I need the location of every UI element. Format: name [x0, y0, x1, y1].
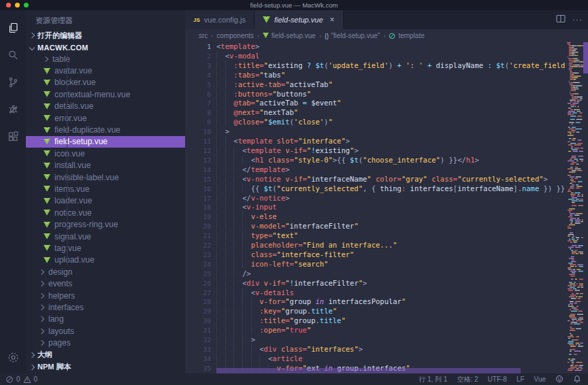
tab-vue.config.js[interactable]: JSvue.config.js [185, 10, 255, 29]
code-line[interactable]: 14 </template> [185, 165, 567, 175]
outline-section[interactable]: 大纲 [26, 349, 185, 361]
tree-item-upload.vue[interactable]: upload.vue [26, 254, 185, 266]
source-control-icon[interactable] [0, 69, 26, 96]
code-line[interactable]: 11 <template slot="interface"> [185, 137, 567, 146]
code-line[interactable]: 18 <v-input [185, 203, 567, 212]
code-line[interactable]: 28 v-for="group in interfacesPopular" [185, 297, 567, 307]
workspace-root[interactable]: MACWK.COM [26, 41, 185, 53]
code-line[interactable]: 13 <h1 class="style-0">{{ $t("choose_int… [185, 156, 567, 165]
problems-status[interactable]: 0 0 [5, 375, 37, 384]
tree-item-tag.vue[interactable]: tag.vue [26, 242, 185, 254]
chevron-separator-icon: › [257, 33, 259, 39]
breadcrumb-item-template[interactable]: ›template [380, 32, 424, 39]
status-item-0[interactable]: 行 1, 列 1 [419, 375, 447, 384]
code-line[interactable]: 1<template> [185, 42, 567, 52]
code-line[interactable]: 32 > [185, 335, 567, 345]
tree-item-contextual-menu.vue[interactable]: contextual-menu.vue [26, 88, 185, 100]
code-line[interactable]: 16 {{ $t("currently_selected", { thing: … [185, 184, 567, 194]
search-icon[interactable] [0, 41, 26, 69]
extensions-icon[interactable] [0, 123, 26, 150]
tree-item-avatar.vue[interactable]: avatar.vue [26, 65, 185, 76]
breadcrumb-label: "field-setup.vue" [331, 32, 380, 39]
tree-item-events[interactable]: events [26, 278, 185, 289]
code-line[interactable]: 10 > [185, 127, 567, 137]
tree-item-install.vue[interactable]: install.vue [26, 160, 185, 171]
status-item-2[interactable]: UTF-8 [488, 375, 507, 383]
code-line[interactable]: 21 type="text" [185, 231, 567, 241]
code-line[interactable]: 9 @close="$emit('close')" [185, 118, 567, 127]
code-line[interactable]: 27 <v-details [185, 288, 567, 298]
tree-item-pages[interactable]: pages [26, 337, 185, 348]
tree-item-design[interactable]: design [26, 266, 185, 278]
chevron-right-icon [39, 305, 44, 310]
tree-item-invisible-label.vue[interactable]: invisible-label.vue [26, 171, 185, 183]
tree-item-table[interactable]: table [26, 53, 185, 65]
close-icon[interactable]: × [330, 16, 335, 23]
indent-guide [233, 184, 242, 192]
code-line[interactable]: 31 :open="true" [185, 326, 567, 335]
horizontal-scrollbar[interactable] [216, 368, 521, 373]
status-item-4[interactable]: Vue [534, 375, 546, 383]
tree-item-items.vue[interactable]: items.vue [26, 183, 185, 195]
breadcrumb-item-components[interactable]: ›components [208, 32, 253, 39]
code-line[interactable]: 30 :title="group.title" [185, 316, 567, 326]
tree-item-details.vue[interactable]: details.vue [26, 101, 185, 112]
tree-item-error.vue[interactable]: error.vue [26, 112, 185, 124]
code-line[interactable]: 5 :active-tab="activeTab" [185, 80, 567, 90]
breadcrumb-item-src[interactable]: src [199, 32, 208, 39]
notifications-bell-icon[interactable] [573, 375, 581, 384]
code-line[interactable]: 3 :title="existing ? $t('update_field') … [185, 61, 567, 71]
code-line[interactable]: 8 @next="nextTab" [185, 108, 567, 118]
feedback-smiley-icon[interactable] [555, 375, 564, 384]
code-line[interactable]: 7 @tab="activeTab = $event" [185, 99, 567, 108]
vertical-scrollbar[interactable] [583, 42, 588, 373]
tree-item-field-duplicate.vue[interactable]: field-duplicate.vue [26, 124, 185, 135]
code-text: v-model="interfaceFilter" [216, 222, 567, 231]
vue-file-icon [44, 103, 50, 110]
indent-guide [216, 212, 225, 220]
token: > [251, 335, 255, 344]
code-line[interactable]: 15 <v-notice v-if="interfaceName" color=… [185, 175, 567, 184]
tree-item-helpers[interactable]: helpers [26, 290, 185, 301]
minimap[interactable] [567, 42, 583, 373]
code-line[interactable]: 20 v-model="interfaceFilter" [185, 222, 567, 231]
breadcrumb-item-field-setup.vue[interactable]: ›field-setup.vue [254, 32, 316, 39]
code-line[interactable]: 19 v-else [185, 212, 567, 222]
tree-item-interfaces[interactable]: interfaces [26, 301, 185, 313]
tree-item-layouts[interactable]: layouts [26, 325, 185, 337]
open-editors-section[interactable]: 打开的编辑器 [26, 29, 185, 41]
code-line[interactable]: 22 placeholder="Find an interface..." [185, 241, 567, 250]
split-editor-icon[interactable] [556, 14, 566, 26]
tree-item-notice.vue[interactable]: notice.vue [26, 207, 185, 218]
code-line[interactable]: 34 <article [185, 354, 567, 364]
code-editor[interactable]: 1<template>2 <v-modal3 :title="existing … [185, 42, 567, 373]
npm-scripts-section[interactable]: NPM 脚本 [26, 361, 185, 373]
code-line[interactable]: 2 <v-modal [185, 52, 567, 61]
settings-gear-icon[interactable] [0, 345, 26, 369]
code-line[interactable]: 4 :tabs="tabs" [185, 71, 567, 80]
tree-item-icon.vue[interactable]: icon.vue [26, 148, 185, 159]
tree-item-loader.vue[interactable]: loader.vue [26, 195, 185, 207]
debug-icon[interactable] [0, 96, 26, 123]
code-line[interactable]: 23 class="interface-filter" [185, 250, 567, 260]
code-line[interactable]: 6 :buttons="buttons" [185, 90, 567, 99]
explorer-icon[interactable] [0, 14, 26, 41]
tree-item-signal.vue[interactable]: signal.vue [26, 231, 185, 242]
code-line[interactable]: 17 </v-notice> [185, 194, 567, 203]
code-line[interactable]: 24 icon-left="search" [185, 260, 567, 269]
tab-field-setup.vue[interactable]: field-setup.vue× [255, 10, 344, 29]
tree-item-progress-ring.vue[interactable]: progress-ring.vue [26, 218, 185, 230]
code-line[interactable]: 29 :key="group.title" [185, 307, 567, 316]
breadcrumb-item-field-setup.vue[interactable]: ›{}"field-setup.vue" [316, 32, 380, 39]
code-line[interactable]: 25 /> [185, 269, 567, 279]
code-line[interactable]: 33 <div class="interfaces"> [185, 345, 567, 354]
scrollbar-slider[interactable] [583, 42, 588, 73]
tree-item-blocker.vue[interactable]: blocker.vue [26, 77, 185, 88]
code-line[interactable]: 26 <div v-if="!interfaceFilter"> [185, 279, 567, 288]
code-line[interactable]: 12 <template v-if="!existing"> [185, 146, 567, 156]
status-item-1[interactable]: 空格: 2 [457, 375, 478, 384]
tree-item-lang[interactable]: lang [26, 314, 185, 325]
more-actions-icon[interactable]: ··· [572, 15, 583, 24]
status-item-3[interactable]: LF [517, 375, 525, 383]
tree-item-field-setup.vue[interactable]: field-setup.vue [26, 136, 185, 148]
